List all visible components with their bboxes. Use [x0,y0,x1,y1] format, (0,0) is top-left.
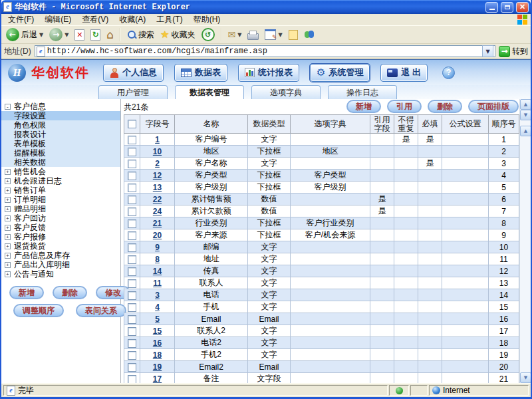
tree-expand-icon[interactable]: + [5,178,11,184]
field-number-link[interactable]: 5 [155,315,160,324]
table-action-button[interactable]: 页面排版 [468,100,519,113]
tree-expand-icon[interactable]: + [5,262,11,268]
scrollbar-track[interactable] [520,136,531,372]
history-button[interactable]: ↺ [200,27,217,43]
row-checkbox[interactable] [128,351,136,360]
table-row[interactable]: 5 Email Email 16 [124,313,519,325]
column-header[interactable]: 名称 [175,115,248,134]
go-button[interactable]: → 转到 [499,46,528,57]
tab[interactable]: 选项字典 [251,85,321,99]
sidebar-action-button[interactable]: 删除 [53,286,87,299]
field-number-link[interactable]: 11 [153,279,162,288]
field-number-link[interactable]: 19 [153,362,162,372]
menu-item[interactable]: 文件(F) [3,14,39,25]
row-checkbox[interactable] [128,184,136,192]
row-checkbox[interactable] [128,327,136,336]
column-header[interactable]: 字段号 [140,115,175,134]
print-button[interactable] [245,27,261,43]
tree-item[interactable]: + 订单明细 [1,195,120,204]
tree-expand-icon[interactable]: + [5,188,11,194]
table-row[interactable]: 3 电话 文字 14 [124,289,519,301]
tree-expand-icon[interactable]: + [5,215,11,221]
tab[interactable]: 操作日志 [328,85,397,99]
field-number-link[interactable]: 3 [155,291,160,300]
field-number-link[interactable]: 12 [153,171,162,180]
tree-item[interactable]: + 产品信息及库存 [1,251,120,260]
row-checkbox[interactable] [128,291,136,300]
row-checkbox[interactable] [128,363,136,372]
row-checkbox[interactable] [128,148,136,156]
field-number-link[interactable]: 22 [153,195,162,204]
table-row[interactable]: 9 邮编 文字 10 [124,241,519,253]
tree-item[interactable]: 角色权限 [1,120,120,130]
tree-item[interactable]: + 销售订单 [1,186,120,195]
mail-dropdown-icon[interactable]: ▼ [237,32,241,38]
menu-item[interactable]: 编辑(E) [39,14,76,25]
close-button[interactable]: ✕ [516,2,529,13]
column-header[interactable]: 公式设置 [442,115,489,134]
field-number-link[interactable]: 24 [153,207,162,216]
menu-item[interactable]: 收藏(A) [114,14,151,25]
table-row[interactable]: 19 Email2 Email 20 [124,361,519,373]
tree-expand-icon[interactable]: + [5,225,11,231]
field-number-link[interactable]: 16 [153,338,162,348]
sidebar-action-button[interactable]: 调整顺序 [13,304,64,317]
table-row[interactable]: 4 手机 文字 15 [124,301,519,313]
field-number-link[interactable]: 8 [155,255,160,264]
edit-dropdown-icon[interactable]: ▼ [278,32,282,38]
table-row[interactable]: 10 地区 下拉框 地区 2 [124,146,519,158]
back-button[interactable]: ← 后退 ▼ [4,27,45,43]
tree-expand-icon[interactable]: - [5,104,11,110]
field-number-link[interactable]: 9 [155,243,160,252]
row-checkbox[interactable] [128,196,136,204]
row-checkbox[interactable] [128,339,136,348]
field-number-link[interactable]: 18 [153,350,162,360]
column-header[interactable]: 必填 [418,115,442,134]
tree-item[interactable]: + 客户反馈 [1,223,120,232]
sidebar-action-button[interactable]: 表间关系 [76,304,126,317]
field-number-link[interactable]: 21 [153,219,162,228]
table-row[interactable]: 20 客户来源 下拉框 客户/机会来源 9 [124,229,519,241]
tree-expand-icon[interactable]: + [5,169,11,175]
mail-button[interactable]: ✉ ▼ [226,27,244,43]
table-row[interactable]: 11 联系人 文字 13 [124,277,519,289]
row-checkbox[interactable] [128,219,136,228]
tree-item[interactable]: 提醒模板 [1,148,120,158]
nav-data-tables-button[interactable]: 数据表 [174,64,227,82]
address-dropdown-icon[interactable]: ▼ [482,45,493,57]
search-button[interactable]: 搜索 [125,27,156,43]
table-row[interactable]: 22 累计销售额 数值 是 6 [124,194,519,205]
scroll-down-icon[interactable]: ▼ [520,372,531,383]
table-row[interactable]: 21 行业类别 下拉框 客户行业类别 8 [124,217,519,229]
field-number-link[interactable]: 2 [155,159,160,168]
sidebar-action-button[interactable]: 新增 [9,286,44,299]
table-row[interactable]: 18 手机2 文字 19 [124,349,519,361]
field-number-link[interactable]: 14 [153,267,162,276]
menu-item[interactable]: 工具(T) [151,14,188,25]
notes-button[interactable] [287,27,300,43]
vertical-scrollbar[interactable]: ▲ ▼ ▲ ▼ [519,99,531,383]
scroll-down-icon[interactable]: ▼ [520,110,531,120]
tree-item[interactable]: - 客户信息 [1,102,120,111]
table-row[interactable]: 17 备注 文字段 21 [124,373,519,384]
restore-button[interactable] [501,2,513,13]
table-row[interactable]: 12 客户类型 下拉框 客户类型 4 [124,170,519,182]
nav-personal-info-button[interactable]: 个人信息 [103,64,164,82]
table-action-button[interactable]: 删除 [428,100,462,113]
minimize-button[interactable] [485,2,498,13]
tree-expand-icon[interactable]: + [5,271,11,277]
tree-expand-icon[interactable]: + [5,206,11,212]
table-row[interactable]: 16 电话2 文字 18 [124,337,519,349]
home-button[interactable]: ⌂ [104,27,116,43]
back-dropdown-icon[interactable]: ▼ [39,32,43,38]
tree-item[interactable]: + 产品出入库明细 [1,260,120,269]
field-number-link[interactable]: 10 [153,147,162,156]
table-row[interactable]: 2 客户名称 文字 是 3 [124,158,519,170]
row-checkbox[interactable] [128,207,136,216]
tree-expand-icon[interactable]: + [5,243,11,249]
tree-item[interactable]: 相关数据 [1,158,120,167]
table-row[interactable]: 14 传真 文字 12 [124,265,519,277]
tree-item[interactable]: 报表设计 [1,130,120,139]
tree-item[interactable]: 表单模板 [1,139,120,148]
tab[interactable]: 用户管理 [98,85,168,99]
